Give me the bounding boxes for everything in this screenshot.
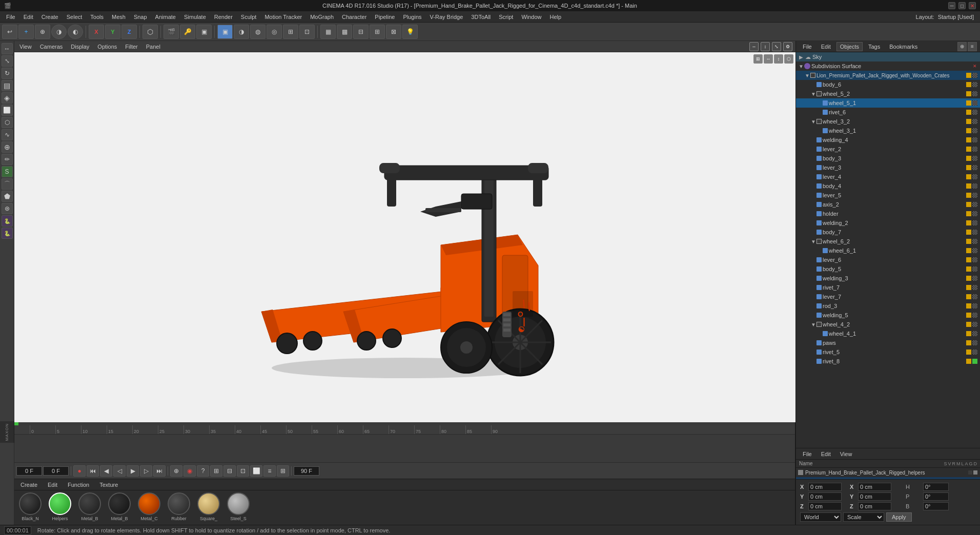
tree-item-wheel-4-1[interactable]: ▶ wheel_4_1 [796, 329, 980, 338]
menu-character[interactable]: Character [338, 13, 371, 21]
y-pos-input[interactable] [808, 492, 842, 501]
tree-item-wheel-6-1[interactable]: ▶ wheel_6_1 [796, 246, 980, 255]
obj-tab-objects[interactable]: Objects [836, 42, 863, 51]
subdiv-expand[interactable]: ▼ [798, 63, 804, 69]
layout-4[interactable]: ⊞ [370, 25, 385, 39]
end-frame-display[interactable]: 90 F [294, 466, 319, 476]
mat-black-n[interactable]: Black_N [17, 492, 43, 521]
pen-tool[interactable]: ✏ [2, 154, 13, 165]
frame-button[interactable]: ▣ [196, 25, 212, 39]
vp-menu-display[interactable]: Display [69, 43, 91, 51]
z-axis-button[interactable]: Z [121, 25, 137, 39]
obj-tab-edit[interactable]: Edit [818, 42, 834, 51]
vp-menu-options[interactable]: Options [95, 43, 119, 51]
vp-menu-view[interactable]: View [17, 43, 34, 51]
menu-pipeline[interactable]: Pipeline [371, 13, 399, 21]
tree-item-subdiv[interactable]: ▼ Subdivision Surface ✕ [796, 61, 980, 71]
b-input[interactable] [923, 502, 949, 510]
mat-rubber[interactable]: Rubber [166, 492, 192, 521]
h-input[interactable] [923, 483, 949, 491]
close-button[interactable]: ✕ [969, 2, 976, 9]
mat-helpers[interactable]: Helpers [47, 492, 73, 521]
render-region-button[interactable]: ⊕ [35, 25, 50, 39]
menu-create[interactable]: Create [37, 13, 63, 21]
anim-mode-8[interactable]: ≡ [263, 465, 276, 477]
vp-toggle-2[interactable]: ↕ [774, 54, 783, 64]
select-tool[interactable]: ▤ [2, 80, 13, 91]
vp-zoom-fit[interactable]: ⊞ [753, 54, 763, 64]
display-mode-5[interactable]: ⊞ [283, 25, 298, 39]
tree-item-rivet-6[interactable]: ▶ rivet_6 [796, 108, 980, 117]
br-item-helpers[interactable]: Premium_Hand_Brake_Pallet_Jack_Rigged_he… [796, 468, 980, 477]
move-tool[interactable]: ↔ [2, 43, 13, 54]
vp-settings[interactable]: ⚙ [783, 42, 792, 51]
display-mode-6[interactable]: ⊡ [299, 25, 315, 39]
tree-item-lever-6[interactable]: ▶ lever_6 [796, 255, 980, 264]
menu-file[interactable]: File [2, 13, 19, 21]
go-end-button[interactable]: ⏭ [153, 465, 166, 477]
anim-mode-9[interactable]: ⊞ [277, 465, 289, 477]
layout-3[interactable]: ⊟ [353, 25, 369, 39]
menu-mograph[interactable]: MoGraph [306, 13, 338, 21]
mat-menu-edit[interactable]: Edit [45, 481, 60, 489]
tree-item-lion-pallet[interactable]: ▼ Lion_Premium_Pallet_Jack_Rigged_with_W… [796, 71, 980, 80]
mat-menu-create[interactable]: Create [17, 481, 40, 489]
rotate-tool[interactable]: ↻ [2, 68, 13, 79]
anim-mode-1[interactable]: ⊕ [170, 465, 182, 477]
maximize-button[interactable]: □ [958, 2, 966, 9]
key-button[interactable]: 🔑 [180, 25, 195, 39]
record-button[interactable]: ● [73, 465, 86, 477]
clapper-button[interactable]: 🎬 [164, 25, 179, 39]
tree-item-welding-5[interactable]: ▶ welding_5 [796, 311, 980, 320]
step-back-button[interactable]: ◀ [100, 465, 112, 477]
obj-tab-tags[interactable]: Tags [865, 42, 884, 51]
vp-nav-1[interactable]: ↔ [749, 42, 759, 51]
anim-mode-3[interactable]: ? [197, 465, 209, 477]
point-mode-button[interactable]: ⬡ [142, 25, 158, 39]
vp-nav-2[interactable]: ↕ [761, 42, 770, 51]
tree-item-body-6[interactable]: ▶ body_6 [796, 80, 980, 89]
tree-item-rivet-7[interactable]: ▶ rivet_7 [796, 283, 980, 292]
br-tab-file[interactable]: File [799, 449, 815, 459]
vp-menu-filter[interactable]: Filter [123, 43, 139, 51]
menu-mesh[interactable]: Mesh [108, 13, 130, 21]
vp-toggle-3[interactable]: ⬡ [784, 54, 793, 64]
tree-item-body-5[interactable]: ▶ body_5 [796, 264, 980, 274]
p-input[interactable] [923, 492, 949, 501]
obj-panel-icon-1[interactable]: ⊕ [957, 42, 967, 51]
x-pos-input[interactable] [808, 483, 842, 491]
tree-item-wheel-3-2[interactable]: ▼ wheel_3_2 [796, 117, 980, 126]
y-axis-button[interactable]: Y [105, 25, 120, 39]
viewport-3d[interactable]: | | O | ◒ ⊞ ↔ ↕ ⬡ [14, 52, 795, 422]
go-start-button[interactable]: ⏮ [87, 465, 99, 477]
tree-item-sky[interactable]: ▶ ☁ Sky [796, 52, 980, 61]
tree-item-welding-4[interactable]: ▶ welding_4 [796, 135, 980, 145]
tree-item-lever-2[interactable]: ▶ lever_2 [796, 145, 980, 154]
vp-toggle-1[interactable]: ↔ [764, 54, 773, 64]
render-button[interactable]: ◑ [51, 25, 67, 39]
tree-item-lever-5[interactable]: ▶ lever_5 [796, 191, 980, 200]
tree-item-lever-7[interactable]: ▶ lever_7 [796, 292, 980, 301]
tree-item-rivet-5[interactable]: ▶ rivet_5 [796, 347, 980, 357]
vp-nav-3[interactable]: ⤡ [772, 42, 781, 51]
tree-item-lever-4[interactable]: ▶ lever_4 [796, 172, 980, 181]
mat-steel[interactable]: Steel_S [226, 492, 251, 521]
display-mode-2[interactable]: ◑ [234, 25, 249, 39]
anim-mode-7[interactable]: ⬜ [250, 465, 262, 477]
tree-item-wheel-4-2[interactable]: ▼ wheel_4_2 [796, 320, 980, 329]
layout-5[interactable]: ⊠ [386, 25, 401, 39]
menu-vray[interactable]: V-Ray Bridge [426, 13, 467, 21]
tree-item-body-7[interactable]: ▶ body_7 [796, 228, 980, 237]
bulb-button[interactable]: 💡 [402, 25, 418, 39]
tree-item-lever-3[interactable]: ▶ lever_3 [796, 163, 980, 172]
minimize-button[interactable]: ─ [948, 2, 955, 9]
scale-mode-dropdown[interactable]: Scale Size [843, 512, 884, 522]
snap-tool[interactable]: ⊕ [2, 141, 13, 153]
menu-render[interactable]: Render [210, 13, 237, 21]
br-tab-view[interactable]: View [836, 449, 856, 459]
br-tab-edit[interactable]: Edit [818, 449, 834, 459]
anim-mode-5[interactable]: ⊟ [223, 465, 236, 477]
play-forward-button[interactable]: ▶ [127, 465, 139, 477]
tree-item-welding-2[interactable]: ▶ welding_2 [796, 218, 980, 228]
wheel32-expand[interactable]: ▼ [810, 118, 816, 125]
